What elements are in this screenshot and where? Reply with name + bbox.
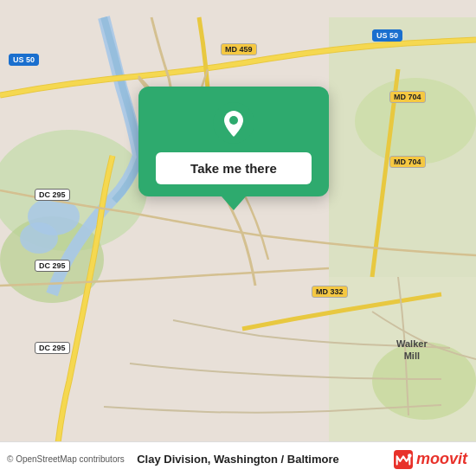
moovit-logo: moovit <box>394 450 467 469</box>
take-me-there-button[interactable]: Take me there <box>156 152 312 184</box>
location-label: Clay Division, Washington / Baltimore <box>137 453 339 466</box>
location-pin-icon <box>213 102 254 144</box>
road-badge-us50-left: US 50 <box>9 54 39 66</box>
road-badge-dc295-bot: DC 295 <box>35 342 70 354</box>
walker-mill-label: WalkerMill <box>396 338 428 363</box>
road-badge-md704-mid: MD 704 <box>389 156 426 168</box>
road-badge-dc295-top: DC 295 <box>35 189 70 201</box>
moovit-brand-icon <box>394 450 413 469</box>
road-badge-md704-top: MD 704 <box>389 91 426 103</box>
road-badge-dc295-mid: DC 295 <box>35 260 70 272</box>
bottom-bar: © OpenStreetMap contributors Clay Divisi… <box>0 441 476 476</box>
map-background <box>0 0 476 476</box>
svg-point-10 <box>229 116 238 125</box>
map-container: US 50 US 50 MD 459 MD 704 MD 704 MD 332 … <box>0 0 476 476</box>
road-badge-md332: MD 332 <box>312 286 348 298</box>
popup-card: Take me there <box>138 87 329 196</box>
svg-point-4 <box>20 222 58 254</box>
road-badge-md459: MD 459 <box>221 43 257 55</box>
map-attribution: © OpenStreetMap contributors <box>7 454 125 464</box>
svg-point-12 <box>408 453 412 458</box>
moovit-text: moovit <box>416 450 467 468</box>
road-badge-us50-right: US 50 <box>372 29 402 42</box>
